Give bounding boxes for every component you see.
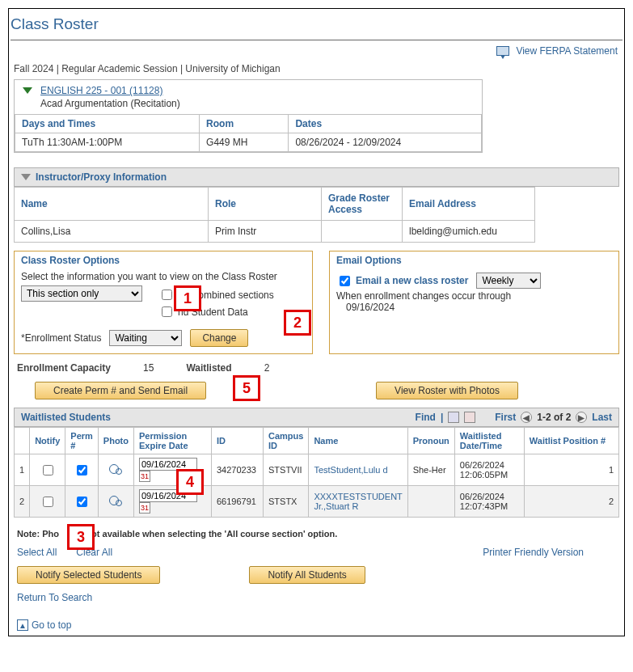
cell-rownum: 2 bbox=[15, 486, 30, 518]
col-position: Waitlist Position # bbox=[524, 428, 618, 454]
col-role: Role bbox=[209, 188, 322, 221]
notify-checkbox[interactable] bbox=[43, 465, 53, 475]
col-campus: Campus ID bbox=[264, 428, 309, 454]
notify-all-button[interactable]: Notify All Students bbox=[249, 566, 365, 584]
marker-3: 3 bbox=[67, 524, 95, 550]
last-label[interactable]: Last bbox=[592, 412, 612, 423]
course-link[interactable]: ENGLISH 225 - 001 (11128) bbox=[40, 85, 162, 96]
col-waitdate: Waitlisted Date/Time bbox=[454, 428, 524, 454]
instructor-title: Instructor/Proxy Information bbox=[36, 171, 167, 183]
grid-download-icon[interactable] bbox=[464, 412, 475, 423]
student-name-link[interactable]: XXXXTESTSTUDENT Jr.,Stuart R bbox=[314, 492, 402, 511]
cell-room: G449 MH bbox=[200, 133, 289, 152]
waitlist-title-bar: Waitlisted Students Find | First ◀ 1-2 o… bbox=[14, 408, 619, 427]
notify-checkbox[interactable] bbox=[43, 497, 53, 507]
find-link[interactable]: Find bbox=[416, 412, 436, 423]
prev-page-icon[interactable]: ◀ bbox=[521, 412, 532, 423]
section-select[interactable]: This section only bbox=[21, 285, 142, 302]
notify-selected-button[interactable]: Notify Selected Students bbox=[17, 566, 160, 584]
waitlisted-value: 2 bbox=[264, 362, 270, 374]
col-id: ID bbox=[212, 428, 264, 454]
cell-dates: 08/26/2024 - 12/09/2024 bbox=[289, 133, 482, 152]
col-email: Email Address bbox=[403, 188, 535, 221]
calendar-icon[interactable]: 31 bbox=[139, 502, 150, 514]
class-options-title: Class Roster Options bbox=[15, 251, 312, 268]
collapse-course-icon[interactable] bbox=[23, 87, 32, 94]
cell-gra bbox=[322, 221, 403, 243]
photo-icon[interactable] bbox=[109, 495, 122, 506]
class-roster-options: Class Roster Options Select the informat… bbox=[14, 251, 313, 354]
cell-pronoun: She-Her bbox=[407, 454, 454, 486]
email-roster-label: Email a new class roster bbox=[356, 275, 468, 286]
projector-icon bbox=[496, 46, 509, 56]
cell-waitdate: 06/26/2024 12:07:43PM bbox=[454, 486, 524, 518]
email-desc-line2: 09/16/2024 bbox=[346, 302, 612, 313]
cell-waitdate: 06/26/2024 12:06:05PM bbox=[454, 454, 524, 486]
cell-pronoun bbox=[407, 486, 454, 518]
grid-view-icon[interactable] bbox=[448, 412, 459, 423]
email-desc-line1: When enrollment changes occur through bbox=[336, 290, 612, 302]
student-name-link[interactable]: TestStudent,Lulu d bbox=[314, 465, 387, 475]
perm-checkbox[interactable] bbox=[77, 465, 87, 475]
col-rownum bbox=[15, 428, 30, 454]
col-name: Name bbox=[15, 188, 209, 221]
return-to-search-link[interactable]: Return To Search bbox=[17, 592, 92, 603]
cell-id: 66196791 bbox=[212, 486, 264, 518]
instructor-section-bar[interactable]: Instructor/Proxy Information bbox=[14, 167, 619, 187]
course-subtitle: Acad Argumentation (Recitation) bbox=[40, 98, 180, 109]
waitlist-grid: Notify Perm # Photo Permission Expire Da… bbox=[14, 427, 619, 518]
marker-1: 1 bbox=[174, 285, 201, 311]
col-expire: Permission Expire Date bbox=[134, 428, 212, 454]
col-name: Name bbox=[309, 428, 407, 454]
cell-position: 2 bbox=[524, 486, 618, 518]
col-photo: Photo bbox=[98, 428, 133, 454]
col-dates: Dates bbox=[289, 115, 482, 133]
perm-checkbox[interactable] bbox=[77, 497, 87, 507]
enrollment-status-label: *Enrollment Status bbox=[21, 332, 101, 344]
note-prefix: Note: Pho bbox=[17, 529, 59, 539]
enrollment-capacity-label: Enrollment Capacity bbox=[17, 362, 111, 374]
go-to-top-link[interactable]: Go to top bbox=[32, 619, 71, 631]
col-days: Days and Times bbox=[15, 115, 200, 133]
col-pronoun: Pronoun bbox=[407, 428, 454, 454]
class-options-subtitle: Select the information you want to view … bbox=[21, 271, 306, 282]
next-page-icon[interactable]: ▶ bbox=[576, 412, 587, 423]
printer-friendly-link[interactable]: Printer Friendly Version bbox=[483, 547, 584, 558]
cell-email: lbelding@umich.edu bbox=[403, 221, 535, 243]
collapse-instructor-icon[interactable] bbox=[21, 174, 31, 180]
student-data-checkbox[interactable] bbox=[162, 306, 172, 317]
cell-role: Prim Instr bbox=[209, 221, 322, 243]
col-gra: Grade Roster Access bbox=[322, 188, 403, 221]
cell-id: 34270233 bbox=[212, 454, 264, 486]
page-range: 1-2 of 2 bbox=[537, 412, 571, 423]
select-all-link[interactable]: Select All bbox=[17, 547, 57, 558]
table-row: 1 31 34270233 STSTVII TestStudent,Lulu d… bbox=[15, 454, 619, 486]
cell-rownum: 1 bbox=[15, 454, 30, 486]
enrollment-capacity-value: 15 bbox=[143, 362, 154, 374]
photo-icon[interactable] bbox=[109, 463, 122, 475]
calendar-icon[interactable]: 31 bbox=[139, 471, 150, 482]
cell-position: 1 bbox=[524, 454, 618, 486]
marker-2: 2 bbox=[284, 310, 311, 336]
view-photos-button[interactable]: View Roster with Photos bbox=[376, 382, 518, 399]
email-options-title: Email Options bbox=[330, 251, 618, 268]
enrollment-status-select[interactable]: Waiting bbox=[109, 330, 182, 346]
col-perm: Perm # bbox=[65, 428, 99, 454]
frequency-select[interactable]: Weekly bbox=[476, 273, 541, 289]
change-button[interactable]: Change bbox=[190, 329, 248, 347]
course-schedule-table: Days and Times Room Dates TuTh 11:30AM-1… bbox=[15, 114, 482, 152]
marker-4: 4 bbox=[176, 469, 204, 495]
cell-campus: STSTX bbox=[264, 486, 309, 518]
table-row: 2 31 66196791 STSTX XXXXTESTSTUDENT Jr.,… bbox=[15, 486, 619, 518]
cell-campus: STSTVII bbox=[264, 454, 309, 486]
waitlisted-label: Waitlisted bbox=[186, 362, 231, 374]
instructor-table: Name Role Grade Roster Access Email Addr… bbox=[14, 187, 535, 243]
first-label[interactable]: First bbox=[495, 412, 516, 423]
email-roster-checkbox[interactable] bbox=[340, 276, 350, 286]
waitlist-title: Waitlisted Students bbox=[21, 412, 111, 423]
go-to-top-icon[interactable]: ▲ bbox=[17, 619, 28, 631]
create-perm-button[interactable]: Create Perm # and Send Email bbox=[35, 382, 206, 399]
note-line: Note: Pho ot available when selecting th… bbox=[17, 529, 616, 539]
combined-sections-checkbox[interactable] bbox=[162, 290, 172, 300]
view-ferpa-link[interactable]: View FERPA Statement bbox=[516, 45, 618, 57]
